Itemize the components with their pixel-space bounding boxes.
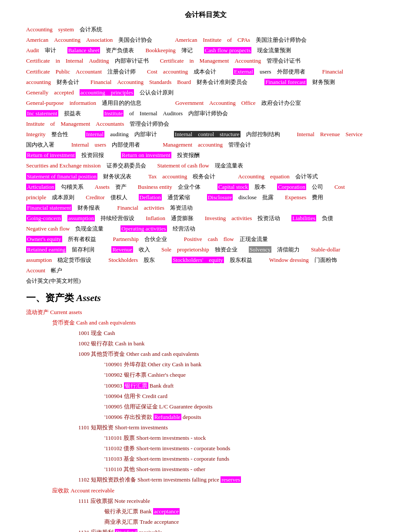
item-110110: '110110 其他 Short-term investments - othe… xyxy=(26,465,385,474)
line-3: Audit 审计 Balance sheet 资产负债表 Bookkeeping… xyxy=(26,46,385,55)
item-1009: 1009 其他货币资金 Other cash and cash equivale… xyxy=(26,349,385,359)
item-bank-acceptance: 银行承兑汇票 Bank acceptance xyxy=(26,507,385,516)
line-17: principle 成本原则 Creditor 债权人 Deflation 通货… xyxy=(26,193,385,202)
item-110103: '110103 基金 Short-term investments - corp… xyxy=(26,454,385,464)
line-7: Generally accepted accounting principles… xyxy=(26,88,385,97)
line-10: Institute of Management Accountants 管理会计… xyxy=(26,119,385,129)
line-20: Negative cash flow 负现金流量 Operating activ… xyxy=(26,224,385,234)
current-assets-label: 流动资产 Current assets xyxy=(26,308,385,317)
item-110101: '110101 股票 Short-term investments - stoc… xyxy=(26,433,385,443)
line-21: Owner's equity 所有者权益 Partnership 合伙企业 Po… xyxy=(26,234,385,244)
line-24: Account 帐户 xyxy=(26,266,385,275)
line-5: Certificate Public Accountant 注册会计师 Cost… xyxy=(26,67,385,77)
item-100902: '100902 银行本票 Cashier's cheque xyxy=(26,370,385,380)
item-100904: '100904 信用卡 Credit card xyxy=(26,391,385,401)
item-1002: 1002 银行存款 Cash in bank xyxy=(26,339,385,348)
item-110102: '110102 债券 Short-term investments - corp… xyxy=(26,444,385,453)
content-area: Accounting system 会计系统 American Accounti… xyxy=(26,25,385,532)
item-trade-acceptance: 商业承兑汇票 Trade acceptance xyxy=(26,517,385,527)
item-100901: '100901 外埠存款 Other city Cash in bank xyxy=(26,360,385,369)
section-assets-header: 一、资产类 Assets xyxy=(26,290,385,306)
line-1: Accounting system 会计系统 xyxy=(26,25,385,34)
line-23: assumption 稳定货币假设 Stockholders 股东 Stockh… xyxy=(26,255,385,265)
item-1101: 1101 短期投资 Short-term investments xyxy=(26,423,385,432)
cash-equivalents-label: 货币资金 Cash and cash equivalents xyxy=(26,318,385,328)
bilingual-label: 会计英文(中英文对照) xyxy=(26,276,385,286)
line-22: Retained earning 留存利润 Revenue 收入 Sole pr… xyxy=(26,245,385,254)
item-1102: 1102 短期投资跌价准备 Short-term investments fal… xyxy=(26,475,385,485)
item-1121: 1121 应收股利 Dividend receivable xyxy=(26,528,385,532)
line-6: accounting 财务会计 Financial Accounting Sta… xyxy=(26,77,385,87)
line-15: Statement of financial position 财务状况表 Ta… xyxy=(26,172,385,181)
line-16: Articulation 勾稽关系 Assets 资产 Business ent… xyxy=(26,182,385,192)
item-100905: '100905 信用证保证金 L/C Guarantee deposits xyxy=(26,402,385,412)
line-8: General-purpose information 通用目的的信息 Gove… xyxy=(26,98,385,108)
line-12: 国内收入署 Internal users 内部使用者 Management ac… xyxy=(26,140,385,150)
page-title: 会计科目英文 xyxy=(26,9,385,20)
line-11: Integrity 整合性 Internal auditing 内部审计 Int… xyxy=(26,130,385,139)
line-9: Inc statement 损益表 Institute of Internal … xyxy=(26,109,385,118)
line-4: Certificate in Internal Auditing 内部审计证书 … xyxy=(26,56,385,66)
line-13: Return of investment 投资回报 Return on inve… xyxy=(26,151,385,160)
line-18: Financial statement 财务报表 Financial activ… xyxy=(26,203,385,213)
item-1111: 1111 应收票据 Note receivable xyxy=(26,496,385,506)
item-100906: '100906 存出投资款 Refundable deposits xyxy=(26,412,385,422)
line-2: American Accounting Association 美国会计协会 A… xyxy=(26,35,385,45)
account-receivable-label: 应收款 Account receivable xyxy=(26,486,385,495)
item-100903: '100903 银行汇票 Bank draft xyxy=(26,381,385,391)
item-1001: 1001 现金 Cash xyxy=(26,328,385,338)
line-19: Going-concern assumption 持续经营假设 Inflatio… xyxy=(26,214,385,223)
line-14: Securities and Exchange mission 证券交易委员会 … xyxy=(26,161,385,171)
